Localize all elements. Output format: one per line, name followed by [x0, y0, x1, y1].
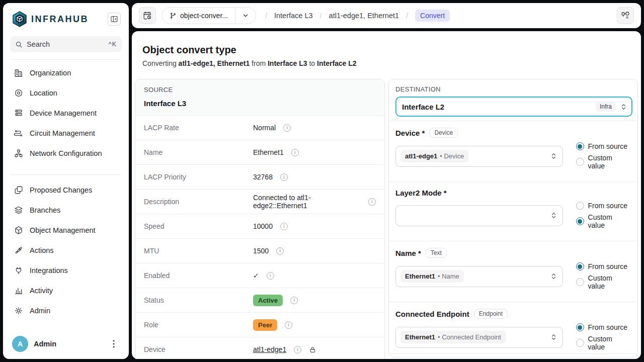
sidebar-item-circuit-management[interactable]: Circuit Management — [10, 123, 122, 143]
search-icon — [15, 41, 23, 48]
info-icon[interactable]: i — [294, 346, 301, 353]
page-title: Object convert type — [142, 44, 630, 56]
checkmark-icon: ✓ — [253, 272, 259, 280]
row-value: Connected to atl1-edge2::Ethernet1 — [253, 194, 361, 210]
layer2-mode-select[interactable] — [395, 205, 563, 226]
search-shortcut: ^K — [109, 41, 117, 48]
radio-dot — [576, 142, 584, 150]
field-kind-badge: Text — [426, 248, 447, 258]
info-icon[interactable]: i — [280, 173, 288, 181]
select-stepper-icon — [620, 103, 627, 111]
table-row: Status Activei — [135, 288, 384, 313]
table-row: MTU 1500i — [135, 239, 384, 263]
sidebar-item-label: Network Configuration — [30, 149, 102, 157]
sidebar-item-object-management[interactable]: Object Management — [10, 220, 122, 240]
destination-panel: DESTINATION Interface L2 Infra Device * … — [388, 79, 638, 357]
table-row: Description Connected to atl1-edge2::Eth… — [135, 190, 384, 214]
radio-custom-value[interactable]: Custom value — [576, 335, 631, 351]
connected-endpoint-select[interactable]: Ethernet1• Connected Endpoint — [395, 327, 563, 348]
info-icon[interactable]: i — [368, 198, 376, 206]
radio-from-source[interactable]: From source — [576, 202, 631, 210]
destination-kicker: DESTINATION — [395, 85, 632, 93]
sidebar-item-location[interactable]: Location — [10, 83, 122, 103]
field-kind-badge: Endpoint — [474, 309, 508, 319]
breadcrumb-separator: / — [265, 12, 267, 20]
sidebar-nav-group-2: Proposed Changes Branches Object Managem… — [10, 180, 122, 321]
name-select[interactable]: Ethernet1• Name — [395, 266, 563, 287]
info-icon[interactable]: i — [285, 321, 292, 329]
row-value: 32768 — [253, 173, 273, 181]
field-group-connected-endpoint: Connected Endpoint Endpoint Ethernet1• C… — [389, 302, 637, 353]
collapse-sidebar-button[interactable] — [108, 13, 121, 26]
radio-dot — [576, 262, 584, 270]
radio-from-source[interactable]: From source — [576, 323, 631, 331]
namespace-badge: Infra — [596, 102, 616, 112]
sidebar-item-network-configuration[interactable]: Network Configuration — [10, 143, 122, 163]
infrahub-logo-icon — [12, 11, 27, 27]
field-group-layer2-mode: Layer2 Mode * From source Custom value — [389, 182, 637, 241]
field-group-name: Name * Text Ethernet1• Name From source … — [389, 241, 637, 302]
gear-icon — [14, 306, 23, 315]
radio-dot — [576, 278, 584, 286]
name-source-radios: From source Custom value — [576, 262, 631, 290]
source-panel-header: SOURCE Interface L3 — [135, 79, 384, 116]
table-row: LACP Priority 32768i — [135, 165, 384, 190]
layers-icon — [14, 206, 23, 215]
sidebar-item-label: Device Management — [30, 109, 97, 117]
info-icon[interactable]: i — [283, 124, 291, 132]
status-badge: Active — [253, 295, 283, 306]
field-kind-badge: Device — [429, 128, 458, 138]
breadcrumb-item-object[interactable]: atl1-edge1, Ethernet1 — [329, 12, 399, 20]
sidebar-item-admin[interactable]: Admin — [10, 301, 122, 321]
search-input[interactable]: Search ^K — [10, 36, 122, 52]
sidebar-item-proposed-changes[interactable]: Proposed Changes — [10, 180, 122, 200]
device-select[interactable]: atl1-edge1• Device — [395, 146, 563, 167]
destination-footer: Convert — [389, 354, 637, 357]
sidebar-item-device-management[interactable]: Device Management — [10, 103, 122, 123]
info-icon[interactable]: i — [291, 149, 299, 156]
source-kind: Interface L3 — [144, 99, 376, 108]
source-panel: SOURCE Interface L3 LACP Rate Normali Na… — [135, 79, 385, 359]
info-icon[interactable]: i — [280, 223, 288, 230]
search-placeholder: Search — [27, 40, 105, 48]
sidebar-divider — [11, 59, 121, 60]
user-row: A Admin — [10, 333, 122, 353]
sidebar-item-actions[interactable]: Actions — [10, 240, 122, 260]
branch-selector[interactable]: object-conver... — [162, 7, 256, 24]
radio-custom-value[interactable]: Custom value — [576, 213, 631, 229]
field-label: Connected Endpoint — [395, 310, 469, 318]
branch-dropdown-toggle[interactable] — [235, 8, 256, 24]
sidebar-item-label: Circuit Management — [30, 129, 95, 137]
radio-custom-value[interactable]: Custom value — [576, 274, 631, 290]
user-menu-button[interactable] — [108, 338, 120, 350]
sidebar-nav-group-1: Organization Location Device Management … — [10, 63, 122, 163]
destination-type-select[interactable]: Interface L2 Infra — [395, 97, 632, 117]
radio-dot — [576, 217, 584, 225]
sidebar-item-branches[interactable]: Branches — [10, 200, 122, 220]
sidebar-item-integrations[interactable]: Integrations — [10, 260, 122, 281]
info-icon[interactable]: i — [276, 247, 284, 255]
radio-custom-value[interactable]: Custom value — [576, 154, 631, 170]
schema-visualizer-button[interactable] — [617, 7, 634, 24]
info-icon[interactable]: i — [290, 297, 298, 304]
calendar-clock-icon — [143, 11, 152, 20]
device-link[interactable]: atl1-edge1 — [253, 345, 286, 353]
info-icon[interactable]: i — [267, 272, 274, 280]
kebab-menu-icon — [113, 340, 115, 348]
logo-row: INFRAHUB — [10, 10, 122, 27]
select-stepper-icon — [550, 273, 557, 280]
sidebar-item-activity[interactable]: Activity — [10, 281, 122, 301]
time-travel-button[interactable] — [139, 7, 156, 24]
row-value: Normal — [253, 124, 276, 132]
sidebar-item-organization[interactable]: Organization — [10, 63, 122, 83]
user-name: Admin — [34, 340, 102, 348]
chevron-down-icon — [242, 12, 249, 19]
radio-from-source[interactable]: From source — [576, 262, 631, 270]
workflow-icon — [621, 11, 630, 20]
breadcrumb-item-interface-l3[interactable]: Interface L3 — [274, 12, 313, 20]
radio-from-source[interactable]: From source — [576, 142, 631, 150]
lock-icon — [309, 346, 316, 353]
field-label: Layer2 Mode * — [395, 189, 447, 197]
breadcrumb-item-convert[interactable]: Convert — [415, 10, 450, 22]
role-badge: Peer — [253, 319, 277, 331]
